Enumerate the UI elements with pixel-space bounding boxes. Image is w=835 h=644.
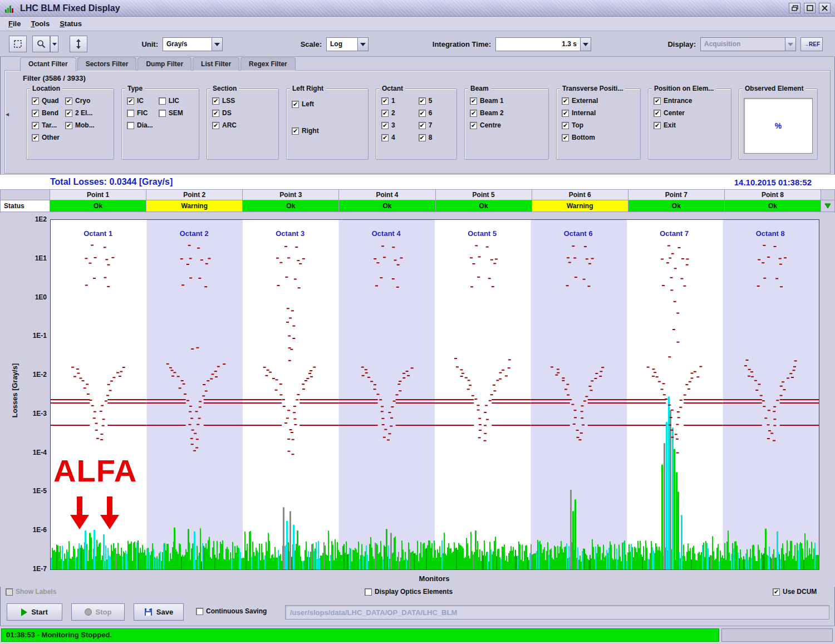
location-checkbox-quad[interactable]: ✔Quad [32, 97, 60, 105]
tab-octant-filter[interactable]: Octant Filter [20, 57, 76, 71]
menu-status[interactable]: Status [55, 18, 87, 30]
checkbox-box [127, 122, 134, 129]
tab-sectors-filter[interactable]: Sectors Filter [77, 57, 137, 71]
beam-checkbox-centre[interactable]: ✔Centre [470, 121, 504, 129]
transverse-positi-checkbox-bottom[interactable]: ✔Bottom [562, 134, 598, 141]
location-checkbox-mob[interactable]: ✔Mob... [65, 121, 95, 129]
checkbox-label: 3 [391, 121, 395, 129]
continuous-saving-checkbox[interactable]: Continuous Saving [196, 607, 267, 615]
checkbox-box [365, 588, 372, 596]
type-checkbox-lic[interactable]: LIC [159, 97, 183, 105]
unit-combobox[interactable]: Gray/s [163, 37, 223, 51]
octant-label-2: Octant 2 [155, 229, 233, 238]
checkbox-label: DS [222, 109, 232, 117]
octant-checkbox-2[interactable]: ✔2 [381, 109, 395, 117]
menu-tools[interactable]: Tools [26, 18, 55, 30]
checkbox-box [159, 110, 166, 117]
scale-combobox[interactable]: Log [326, 37, 369, 51]
location-checkbox-tar[interactable]: ✔Tar... [32, 121, 60, 129]
transverse-positi-checkbox-external[interactable]: ✔External [562, 97, 598, 105]
location-checkbox-bend[interactable]: ✔Bend [32, 109, 60, 117]
ref-button[interactable]: →REF [800, 37, 823, 51]
table-scroll-indicator[interactable] [821, 200, 835, 212]
filter-group-octant: Octant✔1✔2✔3✔4✔5✔6✔7✔8 [376, 89, 457, 160]
tab-regex-filter[interactable]: Regex Filter [240, 57, 296, 71]
octant-checkbox-6[interactable]: ✔6 [419, 109, 433, 117]
octant-checkbox-7[interactable]: ✔7 [419, 121, 433, 129]
position-on-elem-checkbox-exit[interactable]: ✔Exit [654, 121, 692, 129]
section-checkbox-arc[interactable]: ✔ARC [212, 121, 237, 129]
magnifier-button[interactable] [32, 36, 50, 52]
location-checkbox-other[interactable]: ✔Other [32, 134, 60, 141]
beam-checkbox-beam-2[interactable]: ✔Beam 2 [470, 109, 504, 117]
octant-checkbox-4[interactable]: ✔4 [381, 134, 395, 141]
beam-checkbox-beam-1[interactable]: ✔Beam 1 [470, 97, 504, 105]
alfa-annotation: ALFA [53, 455, 137, 486]
position-on-elem-checkbox-center[interactable]: ✔Center [654, 109, 692, 117]
position-on-elem-checkbox-entrance[interactable]: ✔Entrance [654, 97, 692, 105]
type-checkbox-fic[interactable]: FIC [127, 109, 153, 117]
checkbox-label: 2 El... [75, 109, 92, 117]
display-optics-elements-checkbox[interactable]: Display Optics Elements [365, 588, 453, 596]
point-header-5: Point 5 [435, 189, 532, 200]
integration-time-combobox[interactable]: 1.3 s [495, 37, 591, 51]
octant-checkbox-8[interactable]: ✔8 [419, 134, 433, 141]
observed-element-box[interactable]: % [744, 98, 813, 154]
type-checkbox-sem[interactable]: SEM [159, 109, 183, 117]
filter-group-observed-element: Observed Element% [739, 89, 818, 160]
y-tick-1e-7: 1E-7 [14, 565, 47, 573]
show-labels-checkbox: Show Labels [6, 588, 56, 596]
integration-combo-arrow-icon[interactable] [580, 38, 591, 51]
status-point-1: Ok [50, 200, 146, 212]
stop-button[interactable]: Stop [71, 603, 125, 621]
octant-checkbox-3[interactable]: ✔3 [381, 121, 395, 129]
group-title: Section [210, 85, 239, 92]
transverse-positi-checkbox-top[interactable]: ✔Top [562, 121, 598, 129]
close-window-button[interactable] [819, 3, 831, 13]
window-buttons [789, 3, 831, 13]
total-losses-text: Total Losses: 0.0344 [Gray/s] [50, 177, 173, 187]
save-button[interactable]: Save [134, 603, 184, 621]
display-value: Acquisition [701, 38, 785, 51]
octant-checkbox-1[interactable]: ✔1 [381, 97, 395, 105]
tab-list-filter[interactable]: List Filter [193, 57, 239, 71]
restore-window-button[interactable] [789, 3, 800, 13]
checkbox-box: ✔ [381, 122, 389, 129]
tab-dump-filter[interactable]: Dump Filter [137, 57, 191, 71]
use-dcum-checkbox[interactable]: ✔ Use DCUM [773, 588, 817, 596]
table-corner-cell [0, 189, 50, 200]
save-floppy-icon [144, 608, 153, 616]
type-checkbox-ic[interactable]: ✔IC [127, 97, 153, 105]
type-checkbox-dia[interactable]: Dia... [127, 121, 153, 129]
location-checkbox-cryo[interactable]: ✔Cryo [65, 97, 95, 105]
zoom-region-button[interactable] [9, 36, 27, 52]
checkbox-box: ✔ [470, 110, 477, 117]
location-checkbox-2-el[interactable]: ✔2 El... [65, 109, 95, 117]
checkbox-label: SEM [169, 109, 183, 117]
section-checkbox-ds[interactable]: ✔DS [212, 109, 237, 117]
transverse-positi-checkbox-internal[interactable]: ✔Internal [562, 109, 598, 117]
status-progress-area [721, 628, 833, 642]
checkbox-box: ✔ [65, 97, 72, 105]
section-checkbox-lss[interactable]: ✔LSS [212, 97, 237, 105]
save-path-field[interactable] [285, 605, 829, 620]
vertical-zoom-button[interactable] [70, 36, 87, 52]
octant-checkbox-5[interactable]: ✔5 [419, 97, 433, 105]
start-button[interactable]: Start [7, 603, 62, 621]
octant-label-7: Octant 7 [635, 229, 713, 238]
checkbox-label: 7 [429, 121, 433, 129]
unit-combo-arrow-icon[interactable] [212, 38, 222, 51]
left-right-checkbox-right[interactable]: ✔Right [292, 127, 319, 135]
plot-canvas[interactable] [50, 219, 819, 570]
checkbox-label: Left [302, 100, 314, 108]
left-right-checkbox-left[interactable]: ✔Left [292, 100, 319, 108]
title-bar[interactable]: LHC BLM Fixed Display [0, 0, 835, 17]
magnifier-dropdown-button[interactable] [50, 36, 58, 52]
checkbox-label: 1 [391, 97, 395, 105]
collapse-panel-arrow[interactable]: ◂ [6, 110, 9, 118]
menu-file[interactable]: File [3, 18, 26, 30]
scale-combo-arrow-icon[interactable] [357, 38, 368, 51]
unit-value: Gray/s [163, 38, 212, 51]
maximize-window-button[interactable] [804, 3, 816, 13]
checkbox-box: ✔ [470, 122, 477, 129]
